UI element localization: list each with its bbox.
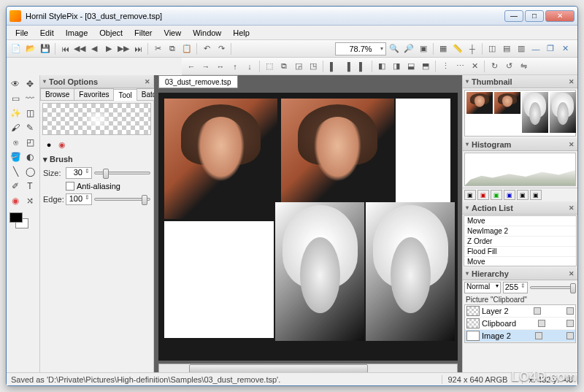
layer-lock-checkbox[interactable] (566, 320, 574, 327)
arrange-1-icon[interactable]: ◧ (375, 60, 388, 73)
channel-b-icon[interactable]: ▣ (504, 190, 515, 200)
pencil-tool-icon[interactable]: ✎ (23, 120, 37, 135)
marquee-tool-icon[interactable]: ▭ (8, 91, 23, 106)
redo-icon[interactable]: ▶▶ (117, 42, 130, 55)
distribute-h-icon[interactable]: ⋮ (439, 60, 452, 73)
align-left-icon[interactable]: ▌ (326, 60, 339, 73)
shape-tool-icon[interactable]: ◯ (23, 164, 37, 179)
layer-vis-checkbox[interactable] (535, 332, 542, 339)
arrange-4-icon[interactable]: ⬒ (419, 60, 432, 73)
histogram-header[interactable]: ▾Histogram✕ (463, 138, 577, 151)
arrange-3-icon[interactable]: ⬓ (404, 60, 418, 73)
cross-icon[interactable]: ✕ (468, 60, 481, 73)
hierarchy-header[interactable]: ▾Hierarchy✕ (463, 267, 577, 280)
panel-close-icon[interactable]: ✕ (569, 204, 575, 212)
layer-dup-icon[interactable]: ⧉ (277, 60, 291, 73)
layer-row[interactable]: Layer 2 (465, 305, 575, 318)
rotate-right-icon[interactable]: ↷ (215, 42, 228, 55)
zoom-fit-icon[interactable]: ▣ (417, 42, 430, 55)
save-icon[interactable]: 💾 (39, 42, 52, 55)
canvas-white-1[interactable] (396, 99, 450, 219)
wand-tool-icon[interactable]: ✨ (8, 106, 23, 120)
arrange-2-icon[interactable]: ◨ (390, 60, 403, 73)
paste-icon[interactable]: 📋 (180, 42, 193, 55)
titlebar[interactable]: Hornil StylePix - [03_dust_remove.tsp] —… (7, 7, 577, 26)
panels-icon[interactable]: ◫ (485, 42, 499, 55)
history-fwd-icon[interactable]: ⏭ (131, 42, 145, 55)
canvas-image-1[interactable] (164, 99, 277, 219)
picker-tool-icon[interactable]: ✐ (8, 179, 23, 193)
mdi-min-icon[interactable]: — (529, 42, 542, 55)
collapse-icon[interactable]: ▾ (43, 78, 46, 85)
tool-options-header[interactable]: ▾ Tool Options ✕ (40, 75, 153, 88)
size-input[interactable]: 30 (66, 167, 92, 179)
layer-row[interactable]: Clipboard (465, 318, 575, 330)
brush-preset-1-icon[interactable]: ● (43, 139, 55, 150)
action-item[interactable]: NewImage 2 (464, 226, 576, 237)
zoom-in-icon[interactable]: 🔍 (388, 42, 401, 55)
size-slider[interactable] (94, 172, 150, 174)
align-right-icon[interactable]: ▌ (356, 60, 369, 73)
panel-close-icon[interactable]: ✕ (569, 270, 575, 277)
ruler-icon[interactable]: 📏 (451, 42, 464, 55)
history-back-icon[interactable]: ⏮ (58, 42, 72, 55)
panels2-icon[interactable]: ▤ (500, 42, 513, 55)
thumbnail-header[interactable]: ▾Thumbnail✕ (463, 75, 577, 88)
edge-input[interactable]: 100 (66, 193, 92, 205)
tab-tool[interactable]: Tool (113, 89, 137, 101)
guides-icon[interactable]: ┼ (466, 42, 479, 55)
canvas-image-2[interactable] (281, 99, 394, 219)
channel-g-icon[interactable]: ▣ (491, 190, 502, 200)
distribute-v-icon[interactable]: ⋯ (453, 60, 466, 73)
actionlist-header[interactable]: ▾Action List✕ (463, 201, 577, 215)
rotate-a-icon[interactable]: ↻ (488, 60, 501, 73)
canvas-image-4[interactable] (366, 202, 455, 341)
panels3-icon[interactable]: ▥ (515, 42, 528, 55)
cut-icon[interactable]: ✂ (151, 42, 164, 55)
mdi-close-icon[interactable]: ✕ (558, 42, 572, 55)
menu-help[interactable]: Help (227, 27, 256, 39)
swap-colors-icon[interactable]: ⤭ (23, 193, 37, 208)
action-item[interactable]: Move (464, 216, 576, 226)
align-center-icon[interactable]: ▐ (341, 60, 354, 73)
thumbnail-view[interactable] (464, 90, 576, 137)
foreground-color[interactable] (9, 212, 23, 223)
gradient-tool-icon[interactable]: ◐ (23, 150, 37, 164)
eye-tool-icon[interactable]: 👁 (8, 77, 23, 91)
menu-image[interactable]: Image (60, 27, 94, 39)
arrow-down-icon[interactable]: ↓ (243, 60, 256, 73)
panel-close-icon[interactable]: ✕ (145, 78, 150, 85)
crop-tool-icon[interactable]: ◫ (23, 106, 37, 120)
menu-filter[interactable]: Filter (128, 27, 158, 39)
step-fwd-icon[interactable]: ▶ (102, 42, 115, 55)
fill-tool-icon[interactable]: 🪣 (8, 150, 23, 164)
menu-window[interactable]: Window (187, 27, 227, 39)
step-back-icon[interactable]: ◀ (88, 42, 101, 55)
opacity-input[interactable]: 255 (503, 282, 528, 293)
document-tab[interactable]: 03_dust_remove.tsp (158, 75, 238, 88)
tab-browse[interactable]: Browse (40, 88, 74, 100)
layer-lock-checkbox[interactable] (566, 307, 574, 315)
tab-favorites[interactable]: Favorites (74, 88, 114, 100)
edge-slider[interactable] (94, 198, 150, 201)
rotate-left-icon[interactable]: ↶ (200, 42, 213, 55)
new-icon[interactable]: 📄 (9, 42, 23, 55)
panel-close-icon[interactable]: ✕ (569, 141, 575, 148)
open-icon[interactable]: 📂 (24, 42, 37, 55)
action-item[interactable]: Z Order (464, 237, 576, 247)
layer-lock-checkbox[interactable] (566, 332, 574, 339)
canvas-white-2[interactable] (164, 221, 274, 338)
menu-object[interactable]: Object (93, 27, 128, 39)
flip-h-icon[interactable]: ⇋ (517, 60, 530, 73)
zoom-out-icon[interactable]: 🔎 (402, 42, 415, 55)
channel-rgb-icon[interactable]: ▣ (464, 190, 476, 200)
close-button[interactable]: ✕ (545, 10, 575, 22)
arrow-left-icon[interactable]: ← (185, 60, 198, 73)
action-item[interactable]: Flood Fill (464, 247, 576, 257)
move-tool-icon[interactable]: ✥ (23, 77, 37, 91)
rotate-b-icon[interactable]: ↺ (502, 60, 515, 73)
canvas-image-3[interactable] (275, 202, 364, 341)
maximize-button[interactable]: □ (525, 10, 544, 22)
color-wheel-icon[interactable]: ◉ (8, 193, 23, 208)
channel-l-icon[interactable]: ▣ (517, 190, 529, 200)
